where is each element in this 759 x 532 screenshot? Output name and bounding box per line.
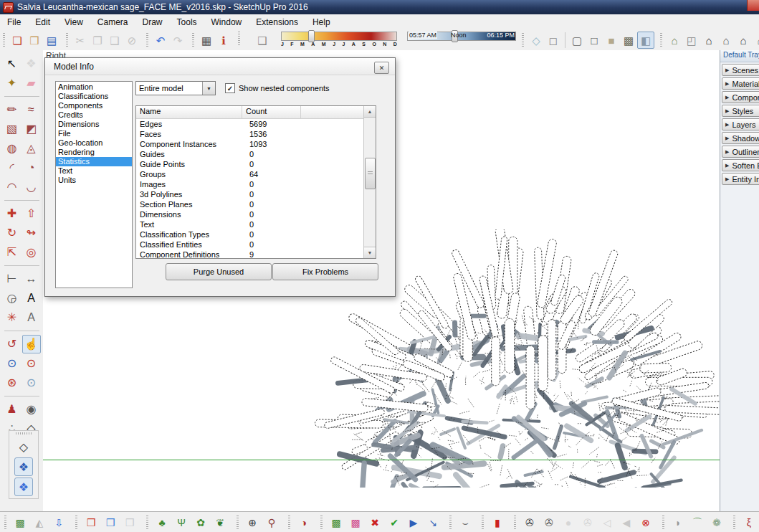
move-tool[interactable]: ✚ (3, 204, 22, 223)
tray-panel-components[interactable]: ▶Components (722, 91, 759, 103)
table-row[interactable]: Section Planes0 (136, 199, 376, 209)
artichoke-icon[interactable]: ❁ (709, 515, 725, 531)
scale-tool[interactable]: ⇱ (3, 243, 22, 262)
table-row[interactable]: Component Definitions9 (136, 250, 376, 259)
rectangle-tool[interactable]: ▧ (3, 120, 22, 138)
toggle-terrain-icon[interactable]: ◭ (32, 515, 47, 531)
film-x-icon[interactable]: ✖ (367, 515, 383, 531)
category-units[interactable]: Units (56, 176, 132, 185)
xray-mode-icon[interactable]: ◇ (528, 32, 545, 49)
column-header-name[interactable]: Name (136, 106, 242, 118)
back-view-icon[interactable]: ⌂ (735, 32, 752, 49)
look-around-tool[interactable]: ◉ (22, 400, 41, 419)
curve-icon[interactable]: ⌣ (457, 515, 473, 531)
table-row[interactable]: Images0 (136, 179, 376, 189)
table-scrollbar[interactable]: ▲ ▼ (363, 106, 376, 258)
grass-icon[interactable]: Ψ (173, 515, 189, 531)
tape-measure-tool[interactable]: ⊢ (3, 270, 22, 288)
film-play-icon[interactable]: ▶ (406, 515, 421, 531)
column-header-count[interactable]: Count (242, 106, 301, 118)
menu-help[interactable]: Help (305, 16, 338, 29)
menu-edit[interactable]: Edit (28, 16, 57, 29)
shaded-textures-icon[interactable]: ▩ (620, 32, 637, 49)
display-section-planes-icon[interactable]: ❖ (14, 457, 33, 476)
tray-panel-scenes[interactable]: ▶Scenes (722, 64, 759, 76)
chevron-down-icon[interactable]: ▼ (202, 82, 215, 95)
video-camera-2-icon[interactable]: ✇ (541, 515, 557, 531)
back-edges-icon[interactable]: ◻ (545, 32, 562, 49)
category-components[interactable]: Components (56, 101, 132, 110)
time-start-field[interactable]: 05:57 AM (409, 32, 437, 39)
circle-tool[interactable]: ◍ (3, 139, 22, 158)
polygon-tool[interactable]: ◬ (22, 139, 41, 158)
pan-tool[interactable]: ☝ (22, 335, 41, 353)
shrub-icon[interactable]: ❦ (212, 515, 228, 531)
stop-render-icon[interactable]: ⊗ (638, 515, 654, 531)
film-pink-icon[interactable]: ▩ (348, 515, 363, 531)
table-row[interactable]: Groups64 (136, 169, 376, 179)
eraser-tool[interactable]: ▰ (22, 74, 41, 92)
category-statistics[interactable]: Statistics (56, 157, 132, 166)
scrollbar-thumb[interactable] (365, 158, 376, 189)
table-row[interactable]: Component Instances1093 (136, 139, 376, 149)
tray-panel-outliner[interactable]: ▶Outliner (722, 146, 759, 158)
dialog-title-bar[interactable]: Model Info (45, 58, 395, 75)
tray-panel-styles[interactable]: ▶Styles (722, 105, 759, 117)
rotate-tool[interactable]: ↻ (3, 224, 22, 242)
iso-view-icon[interactable]: ⌂ (666, 32, 683, 49)
shadows-toggle-icon[interactable]: ❑ (254, 32, 271, 49)
table-row[interactable]: Guide Points0 (136, 159, 376, 169)
add-location-icon[interactable]: ▩ (12, 515, 28, 531)
shell-icon[interactable]: ◗ (670, 515, 686, 531)
tray-panel-layers[interactable]: ▶Layers (722, 118, 759, 130)
nested-components-checkbox[interactable]: ✓ (225, 83, 235, 93)
save-icon[interactable]: ▤ (43, 32, 60, 49)
select-tool[interactable]: ↖ (3, 54, 22, 73)
open-file-icon[interactable]: ❒ (26, 32, 43, 49)
film-green-icon[interactable]: ▩ (328, 515, 344, 531)
zoom-extents-tool[interactable]: ⊛ (3, 374, 22, 392)
shadow-date-slider[interactable]: JFMAMJJASOND (281, 32, 397, 47)
tray-panel-shadows[interactable]: ▶Shadows (722, 132, 759, 144)
pie-tool[interactable]: ◔ (22, 158, 41, 177)
category-file[interactable]: File (56, 129, 132, 138)
fix-problems-button[interactable]: Fix Problems (272, 263, 378, 280)
table-row[interactable]: Faces1536 (136, 129, 376, 139)
category-credits[interactable]: Credits (56, 110, 132, 120)
arc-tool[interactable]: ◜ (3, 158, 22, 177)
menu-window[interactable]: Window (204, 16, 249, 29)
tree-icon[interactable]: ♣ (154, 515, 170, 531)
zoom-previous-tool[interactable]: ⊙ (22, 374, 41, 392)
film-check-icon[interactable]: ✔ (386, 515, 402, 531)
menu-draw[interactable]: Draw (135, 16, 170, 29)
table-row[interactable]: Text0 (136, 219, 376, 229)
category-rendering[interactable]: Rendering (56, 148, 132, 157)
hidden-line-icon[interactable]: □ (586, 32, 603, 49)
sun-compass-icon[interactable]: ⊕ (244, 515, 260, 531)
purge-unused-button[interactable]: Purge Unused (166, 263, 272, 280)
protractor-tool[interactable]: ◶ (3, 289, 22, 308)
category-animation[interactable]: Animation (56, 82, 132, 92)
shadow-time-slider[interactable]: 05:57 AM Noon 06:15 PM (407, 32, 516, 41)
undo-icon[interactable]: ↶ (152, 32, 169, 49)
table-row[interactable]: Classified Entities0 (136, 239, 376, 250)
table-row[interactable]: Guides0 (136, 149, 376, 159)
rotated-rectangle-tool[interactable]: ◩ (22, 120, 41, 138)
category-dimensions[interactable]: Dimensions (56, 120, 132, 129)
table-row[interactable]: Edges5699 (136, 119, 376, 129)
print-icon[interactable]: ▦ (198, 32, 215, 49)
path-tool-icon[interactable]: ⌒ (689, 515, 705, 531)
top-view-icon[interactable]: ◰ (683, 32, 700, 49)
scroll-down-icon[interactable]: ▼ (364, 247, 376, 258)
film-scatter-icon[interactable]: ↘ (425, 515, 441, 531)
section-plane-icon[interactable]: ◇ (14, 437, 33, 456)
follow-me-tool[interactable]: ↬ (22, 224, 41, 242)
push-pull-tool[interactable]: ⇧ (22, 204, 41, 223)
menu-extensions[interactable]: Extensions (249, 16, 305, 29)
front-view-icon[interactable]: ⌂ (700, 32, 717, 49)
freehand-tool[interactable]: ≈ (22, 100, 41, 119)
line-tool[interactable]: ✏ (3, 100, 22, 119)
wireframe-icon[interactable]: ▢ (568, 32, 586, 49)
axes-tool[interactable]: ✳ (3, 308, 22, 327)
tray-panel-soften-edges[interactable]: ▶Soften Edges (722, 159, 759, 171)
